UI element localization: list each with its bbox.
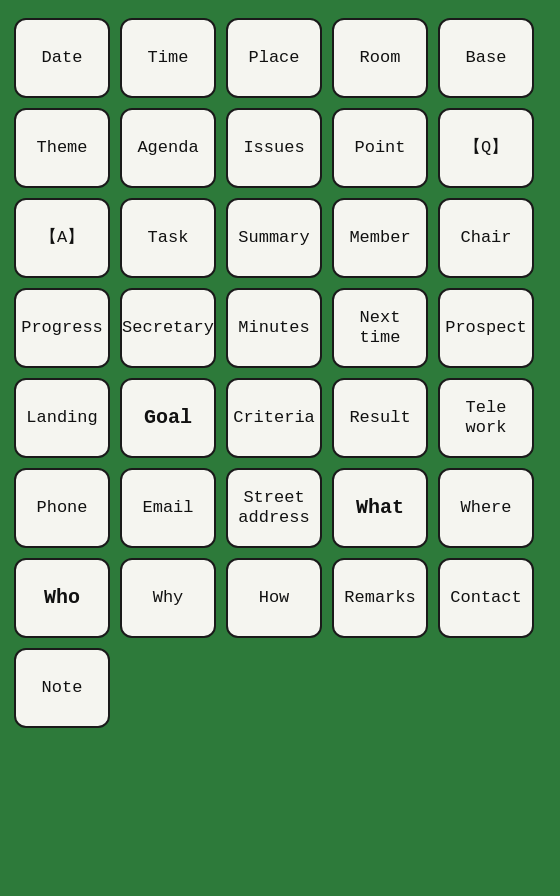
key-5-0[interactable]: Phone — [14, 468, 110, 548]
key-3-4[interactable]: Prospect — [438, 288, 534, 368]
row-1: ThemeAgendaIssuesPoint【Q】 — [14, 108, 546, 188]
key-3-0[interactable]: Progress — [14, 288, 110, 368]
row-7: Note — [14, 648, 546, 728]
row-0: DateTimePlaceRoomBase — [14, 18, 546, 98]
key-1-2[interactable]: Issues — [226, 108, 322, 188]
key-0-2[interactable]: Place — [226, 18, 322, 98]
key-3-1[interactable]: Secretary — [120, 288, 216, 368]
row-2: 【A】TaskSummaryMemberChair — [14, 198, 546, 278]
key-4-2[interactable]: Criteria — [226, 378, 322, 458]
row-4: LandingGoalCriteriaResultTelework — [14, 378, 546, 458]
key-3-3[interactable]: Nexttime — [332, 288, 428, 368]
key-1-0[interactable]: Theme — [14, 108, 110, 188]
key-6-3[interactable]: Remarks — [332, 558, 428, 638]
key-6-2[interactable]: How — [226, 558, 322, 638]
key-2-3[interactable]: Member — [332, 198, 428, 278]
row-6: WhoWhyHowRemarksContact — [14, 558, 546, 638]
key-grid: DateTimePlaceRoomBaseThemeAgendaIssuesPo… — [14, 18, 546, 728]
row-5: PhoneEmailStreetaddressWhatWhere — [14, 468, 546, 548]
key-5-3[interactable]: What — [332, 468, 428, 548]
key-6-4[interactable]: Contact — [438, 558, 534, 638]
key-4-0[interactable]: Landing — [14, 378, 110, 458]
key-4-3[interactable]: Result — [332, 378, 428, 458]
key-2-2[interactable]: Summary — [226, 198, 322, 278]
key-2-4[interactable]: Chair — [438, 198, 534, 278]
key-0-4[interactable]: Base — [438, 18, 534, 98]
key-2-0[interactable]: 【A】 — [14, 198, 110, 278]
key-4-4[interactable]: Telework — [438, 378, 534, 458]
key-5-2[interactable]: Streetaddress — [226, 468, 322, 548]
key-6-1[interactable]: Why — [120, 558, 216, 638]
key-3-2[interactable]: Minutes — [226, 288, 322, 368]
key-5-1[interactable]: Email — [120, 468, 216, 548]
key-0-1[interactable]: Time — [120, 18, 216, 98]
key-5-4[interactable]: Where — [438, 468, 534, 548]
key-0-0[interactable]: Date — [14, 18, 110, 98]
key-0-3[interactable]: Room — [332, 18, 428, 98]
key-1-3[interactable]: Point — [332, 108, 428, 188]
key-7-0[interactable]: Note — [14, 648, 110, 728]
key-1-1[interactable]: Agenda — [120, 108, 216, 188]
key-6-0[interactable]: Who — [14, 558, 110, 638]
key-2-1[interactable]: Task — [120, 198, 216, 278]
key-1-4[interactable]: 【Q】 — [438, 108, 534, 188]
key-4-1[interactable]: Goal — [120, 378, 216, 458]
row-3: ProgressSecretaryMinutesNexttimeProspect — [14, 288, 546, 368]
